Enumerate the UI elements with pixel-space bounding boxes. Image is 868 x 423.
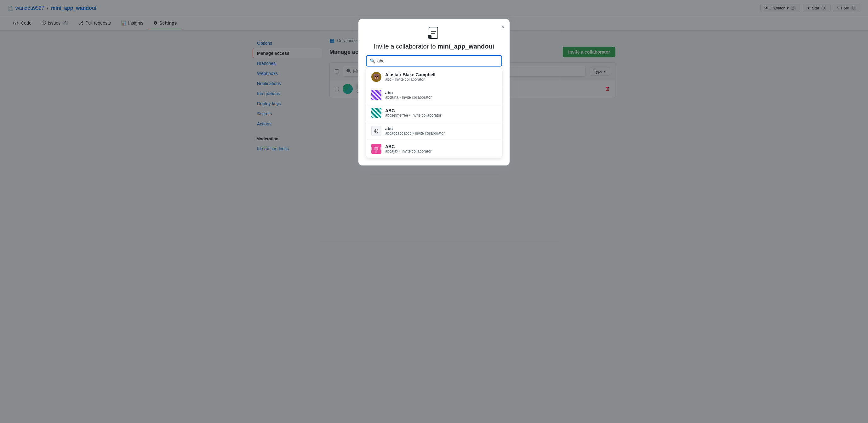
modal-overlay[interactable]: × Invite a collaborator to mini_app_wand… — [0, 0, 868, 166]
result-display-name: ABC — [385, 144, 432, 149]
invite-collaborator-modal: × Invite a collaborator to mini_app_wand… — [359, 19, 509, 166]
modal-icon — [366, 26, 502, 39]
result-username-action: abcsetmefree • Invite collaborator — [385, 113, 441, 118]
search-result-item[interactable]: abc abcluna • Invite collaborator — [366, 86, 502, 104]
result-display-name: abc — [385, 90, 432, 95]
result-info: Alastair Blake Campbell abc • Invite col… — [385, 72, 436, 82]
result-username-action: abc • Invite collaborator — [385, 77, 436, 82]
result-display-name: Alastair Blake Campbell — [385, 72, 436, 77]
search-wrapper: 🔍 — [366, 55, 502, 66]
result-info: abc abcluna • Invite collaborator — [385, 90, 432, 100]
avatar: 🐻 — [371, 72, 381, 82]
result-username-action: abcabcabcabcc • Invite collaborator — [385, 131, 445, 136]
result-username-action: abcajax • Invite collaborator — [385, 149, 432, 153]
svg-rect-4 — [428, 35, 432, 38]
modal-title: Invite a collaborator to mini_app_wandou… — [366, 43, 502, 50]
avatar — [371, 144, 381, 154]
search-result-item[interactable]: ABC abcsetmefree • Invite collaborator — [366, 104, 502, 122]
avatar: @ — [371, 126, 381, 136]
modal-title-prefix: Invite a collaborator to — [374, 43, 437, 50]
result-display-name: abc — [385, 126, 445, 131]
modal-repo-name: mini_app_wandoui — [437, 43, 494, 50]
modal-close-button[interactable]: × — [501, 24, 504, 30]
search-results-dropdown: 🐻 Alastair Blake Campbell abc • Invite c… — [366, 68, 502, 158]
search-result-item[interactable]: 🐻 Alastair Blake Campbell abc • Invite c… — [366, 68, 502, 86]
result-info: abc abcabcabcabcc • Invite collaborator — [385, 126, 445, 136]
search-result-item[interactable]: ABC abcajax • Invite collaborator — [366, 140, 502, 158]
avatar — [371, 90, 381, 100]
result-display-name: ABC — [385, 108, 441, 113]
result-info: ABC abcsetmefree • Invite collaborator — [385, 108, 441, 118]
result-info: ABC abcajax • Invite collaborator — [385, 144, 432, 153]
avatar — [371, 108, 381, 118]
result-username-action: abcluna • Invite collaborator — [385, 95, 432, 100]
search-result-item[interactable]: @ abc abcabcabcabcc • Invite collaborato… — [366, 122, 502, 140]
collaborator-search-input[interactable] — [366, 55, 502, 66]
